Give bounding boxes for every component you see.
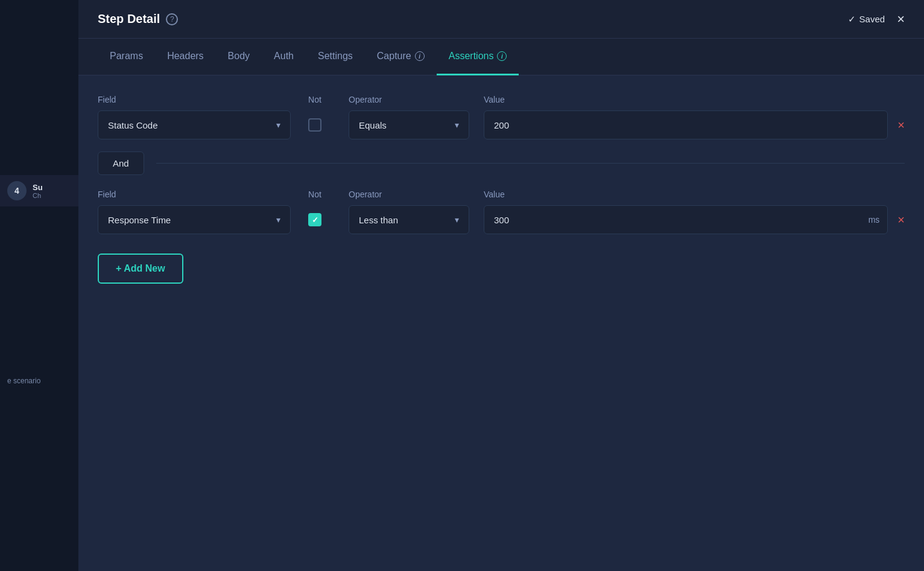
- assertion-2-labels: Field Not Operator Value: [98, 190, 905, 199]
- separator-line: [156, 163, 905, 164]
- field-label-1: Field: [98, 95, 291, 104]
- panel-content: Field Not Operator Value Status Code ▾ E…: [78, 75, 924, 571]
- field-dropdown-1-value: Status Code: [108, 120, 158, 130]
- sidebar: 4 Su Ch e scenario: [0, 0, 78, 571]
- sidebar-step[interactable]: 4 Su Ch: [0, 175, 78, 206]
- tab-body[interactable]: Body: [216, 39, 262, 75]
- operator-dropdown-2-chevron: ▾: [455, 215, 459, 225]
- tab-params[interactable]: Params: [98, 39, 155, 75]
- panel-header: Step Detail ? ✓ Saved ×: [78, 0, 924, 39]
- assertions-info-icon: i: [497, 51, 507, 61]
- value-input-wrapper-2: ms: [484, 205, 888, 234]
- value-label-1: Value: [484, 95, 905, 104]
- help-icon[interactable]: ?: [166, 13, 178, 25]
- step-text: Su Ch: [33, 183, 43, 199]
- assertion-row-2: Field Not Operator Value Response Time ▾…: [98, 190, 905, 234]
- tab-auth[interactable]: Auth: [262, 39, 306, 75]
- value-input-2[interactable]: [484, 205, 888, 234]
- assertion-2-controls: Response Time ▾ ✓ Less than ▾: [98, 205, 905, 234]
- field-dropdown-2[interactable]: Response Time ▾: [98, 205, 291, 234]
- checkbox-check-icon: ✓: [312, 215, 318, 225]
- and-separator: And: [98, 152, 905, 175]
- field-dropdown-1[interactable]: Status Code ▾: [98, 110, 291, 139]
- close-button[interactable]: ×: [897, 13, 905, 26]
- step-detail-panel: Step Detail ? ✓ Saved × Params Headers B…: [78, 0, 924, 571]
- field-dropdown-2-value: Response Time: [108, 215, 171, 225]
- tab-capture[interactable]: Capture i: [365, 39, 437, 75]
- not-label-2: Not: [291, 190, 339, 199]
- step-title: Su: [33, 183, 43, 192]
- header-right: ✓ Saved ×: [848, 13, 905, 26]
- title-group: Step Detail ?: [98, 12, 178, 26]
- field-dropdown-2-chevron: ▾: [276, 215, 280, 225]
- step-number: 4: [7, 181, 27, 200]
- operator-label-1: Operator: [349, 95, 469, 104]
- add-new-button[interactable]: + Add New: [98, 254, 183, 284]
- scenario-label: e scenario: [0, 372, 48, 390]
- assertion-1-labels: Field Not Operator Value: [98, 95, 905, 104]
- operator-dropdown-1[interactable]: Equals ▾: [349, 110, 469, 139]
- step-subtitle: Ch: [33, 192, 43, 199]
- not-checkbox-wrapper-2: ✓: [291, 213, 339, 226]
- delete-button-1[interactable]: ×: [897, 119, 905, 131]
- not-checkbox-1[interactable]: [308, 118, 321, 132]
- operator-dropdown-2-value: Less than: [359, 215, 398, 225]
- operator-dropdown-1-value: Equals: [359, 120, 387, 130]
- tab-settings[interactable]: Settings: [306, 39, 365, 75]
- operator-dropdown-2[interactable]: Less than ▾: [349, 205, 469, 234]
- delete-button-2[interactable]: ×: [897, 214, 905, 226]
- tab-headers[interactable]: Headers: [155, 39, 215, 75]
- not-checkbox-wrapper-1: [291, 118, 339, 132]
- field-dropdown-1-chevron: ▾: [276, 120, 280, 130]
- tab-assertions[interactable]: Assertions i: [437, 39, 519, 75]
- saved-text: Saved: [859, 14, 885, 24]
- operator-label-2: Operator: [349, 190, 469, 199]
- saved-check-icon: ✓: [848, 14, 856, 25]
- operator-dropdown-1-chevron: ▾: [455, 120, 459, 130]
- tab-bar: Params Headers Body Auth Settings Captur…: [78, 39, 924, 75]
- field-label-2: Field: [98, 190, 291, 199]
- value-label-2: Value: [484, 190, 905, 199]
- value-input-suffix: ms: [869, 215, 880, 225]
- saved-status: ✓ Saved: [848, 14, 885, 25]
- panel-title: Step Detail: [98, 12, 160, 26]
- value-input-wrapper-1: [484, 110, 888, 139]
- and-button[interactable]: And: [98, 152, 144, 175]
- value-input-suffix-container: ms: [484, 205, 888, 234]
- assertion-1-controls: Status Code ▾ Equals ▾ ×: [98, 110, 905, 139]
- not-checkbox-2[interactable]: ✓: [308, 213, 321, 226]
- value-input-1[interactable]: [484, 110, 888, 139]
- assertion-row-1: Field Not Operator Value Status Code ▾ E…: [98, 95, 905, 139]
- not-label-1: Not: [291, 95, 339, 104]
- capture-info-icon: i: [415, 51, 425, 61]
